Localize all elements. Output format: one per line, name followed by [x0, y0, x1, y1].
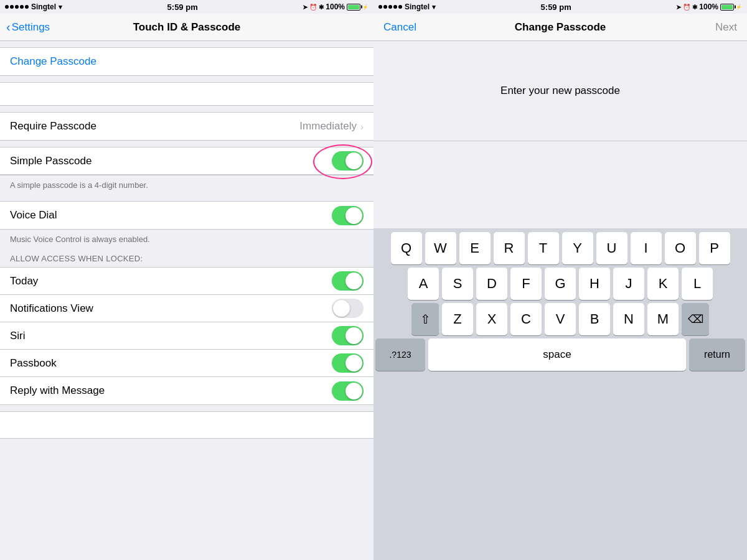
signal-dot-2	[10, 5, 14, 9]
right-carrier-label: Singtel	[405, 2, 430, 11]
key-L[interactable]: L	[682, 268, 713, 300]
delete-key[interactable]: ⌫	[682, 303, 709, 335]
passcode-area-2	[374, 141, 747, 228]
key-G[interactable]: G	[545, 268, 576, 300]
reply-toggle[interactable]	[332, 381, 364, 401]
right-bluetooth-icon: ✱	[692, 4, 697, 11]
key-E[interactable]: E	[459, 232, 491, 264]
cancel-button[interactable]: Cancel	[383, 21, 416, 34]
voice-dial-info: Music Voice Control is always enabled.	[0, 230, 374, 249]
simple-passcode-row[interactable]: Simple Passcode	[0, 147, 374, 175]
key-C[interactable]: C	[510, 303, 542, 335]
today-toggle[interactable]	[332, 271, 364, 291]
key-T[interactable]: T	[528, 232, 559, 264]
key-O[interactable]: O	[665, 232, 696, 264]
fingerprint-row	[0, 83, 374, 105]
key-D[interactable]: D	[476, 268, 507, 300]
key-Z[interactable]: Z	[442, 303, 473, 335]
right-time: 5:59 pm	[541, 2, 571, 12]
siri-label: Siri	[10, 330, 26, 342]
fingerprint-section	[0, 82, 374, 106]
signal-dot-3	[15, 5, 19, 9]
right-battery-bolt-icon: ⚡	[736, 4, 742, 10]
passbook-row[interactable]: Passbook	[0, 350, 374, 377]
change-passcode-button[interactable]: Change Passcode	[0, 47, 374, 76]
simple-passcode-info-text: A simple passcode is a 4-digit number.	[10, 180, 148, 190]
require-passcode-text: Immediately	[299, 120, 357, 133]
siri-toggle[interactable]	[332, 326, 364, 345]
right-nav-bar: Cancel Change Passcode Next	[374, 14, 747, 41]
alarm-icon: ⏰	[309, 4, 317, 11]
key-B[interactable]: B	[579, 303, 610, 335]
right-signal-dot-4	[393, 5, 397, 9]
key-W[interactable]: W	[425, 232, 456, 264]
battery-container: ⚡	[347, 4, 369, 11]
require-passcode-row[interactable]: Require Passcode Immediately ›	[0, 113, 374, 140]
passcode-prompt-text: Enter your new passcode	[500, 85, 620, 97]
back-button[interactable]: ‹ Settings	[6, 21, 50, 34]
key-K[interactable]: K	[647, 268, 679, 300]
key-Y[interactable]: Y	[562, 232, 593, 264]
allow-access-header: ALLOW ACCESS WHEN LOCKED:	[0, 249, 374, 267]
left-status-bar: Singtel ▾ 5:59 pm ➤ ⏰ ✱ 100% ⚡	[0, 0, 374, 14]
notifications-label: Notifications View	[10, 302, 93, 315]
key-V[interactable]: V	[545, 303, 576, 335]
battery-icon	[347, 4, 360, 11]
today-row[interactable]: Today	[0, 268, 374, 295]
key-F[interactable]: F	[510, 268, 542, 300]
voice-dial-row[interactable]: Voice Dial	[0, 202, 374, 229]
section-spacer	[0, 76, 374, 82]
signal-dot-4	[20, 5, 24, 9]
return-key[interactable]: return	[689, 338, 745, 371]
key-I[interactable]: I	[631, 232, 662, 264]
siri-row[interactable]: Siri	[0, 322, 374, 350]
right-battery-percent: 100%	[699, 2, 718, 11]
space-key[interactable]: space	[428, 338, 686, 371]
simple-passcode-info: A simple passcode is a 4-digit number.	[0, 175, 374, 195]
passbook-toggle[interactable]	[332, 353, 364, 373]
key-N[interactable]: N	[613, 303, 644, 335]
right-signal-dot-5	[398, 5, 402, 9]
section-spacer-3	[0, 141, 374, 147]
right-signal-dot-1	[378, 5, 382, 9]
next-button[interactable]: Next	[715, 21, 737, 34]
right-signal-dot-3	[388, 5, 392, 9]
battery-percent: 100%	[326, 2, 345, 11]
key-A[interactable]: A	[408, 268, 439, 300]
voice-dial-group: Voice Dial	[0, 201, 374, 230]
right-location-icon: ➤	[676, 4, 681, 11]
notifications-toggle[interactable]	[332, 299, 364, 318]
voice-dial-info-text: Music Voice Control is always enabled.	[10, 235, 150, 244]
key-S[interactable]: S	[442, 268, 473, 300]
reply-row[interactable]: Reply with Message	[0, 377, 374, 404]
simple-passcode-toggle[interactable]	[332, 151, 364, 170]
section-spacer-4	[0, 195, 374, 201]
carrier-label: Singtel	[31, 2, 56, 11]
key-H[interactable]: H	[579, 268, 610, 300]
voice-dial-toggle[interactable]	[332, 206, 364, 225]
num-key[interactable]: .?123	[375, 338, 425, 371]
footer-section	[0, 411, 374, 439]
key-Q[interactable]: Q	[391, 232, 422, 264]
key-J[interactable]: J	[613, 268, 644, 300]
voice-dial-toggle-thumb	[345, 207, 362, 224]
key-R[interactable]: R	[494, 232, 525, 264]
key-X[interactable]: X	[476, 303, 507, 335]
key-P[interactable]: P	[699, 232, 730, 264]
notifications-row[interactable]: Notifications View	[0, 295, 374, 322]
siri-toggle-thumb	[345, 327, 362, 344]
battery-fill	[348, 5, 359, 9]
location-icon: ➤	[303, 4, 308, 11]
today-toggle-thumb	[345, 273, 362, 289]
section-spacer-2	[0, 106, 374, 112]
right-signal-dot-2	[383, 5, 387, 9]
shift-key[interactable]: ⇧	[411, 303, 439, 335]
passcode-prompt-area: Enter your new passcode	[374, 41, 747, 141]
back-label: Settings	[12, 21, 50, 34]
left-nav-title: Touch ID & Passcode	[133, 21, 241, 34]
key-M[interactable]: M	[647, 303, 679, 335]
right-battery-fill	[721, 5, 733, 9]
key-U[interactable]: U	[596, 232, 627, 264]
right-status-left: Singtel ▾	[378, 2, 436, 11]
right-panel: Singtel ▾ 5:59 pm ➤ ⏰ ✱ 100% ⚡ Cancel Ch…	[374, 0, 747, 560]
